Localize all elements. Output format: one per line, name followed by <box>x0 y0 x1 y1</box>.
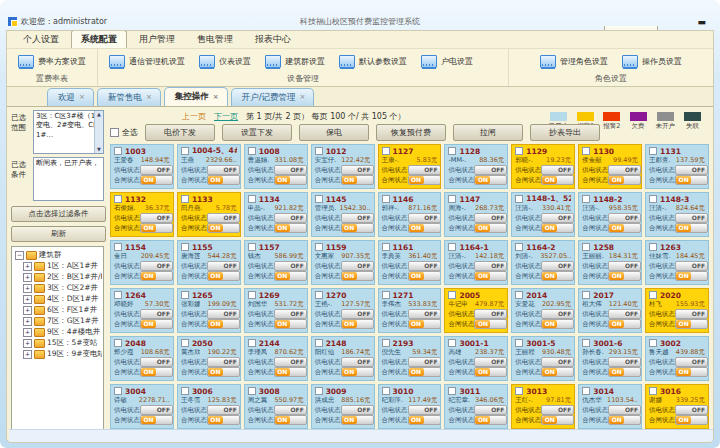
meter-card[interactable]: 2193 倪先生 59.34元 供电状态 OFF <box>378 336 442 381</box>
expand-icon[interactable]: + <box>23 295 32 304</box>
supply-toggle[interactable]: OFF <box>474 405 507 415</box>
room-checkbox[interactable] <box>649 243 657 251</box>
refresh-button[interactable]: 刷新 <box>11 226 106 242</box>
room-checkbox[interactable] <box>515 147 523 155</box>
supply-toggle[interactable]: OFF <box>140 165 173 175</box>
room-checkbox[interactable] <box>582 339 590 347</box>
room-checkbox[interactable] <box>515 387 523 395</box>
close-toggle[interactable]: ON <box>541 175 574 185</box>
supply-toggle[interactable]: OFF <box>140 405 173 415</box>
expand-icon[interactable]: + <box>23 306 32 315</box>
scroll-up-icon[interactable]: ▲ <box>97 111 101 118</box>
meter-card[interactable]: 3004 诗敏 2278.71.. 供电状态 OFF <box>110 384 174 429</box>
tree-item[interactable]: + 19区：9#变电站（… <box>15 349 102 359</box>
meter-card[interactable]: 1269 刘国华 531.72元 供电状态 OFF <box>244 288 308 333</box>
supply-toggle[interactable]: OFF <box>274 261 307 271</box>
close-toggle[interactable]: ON <box>341 175 374 185</box>
supply-toggle[interactable]: OFF <box>341 309 374 319</box>
ribbon-button[interactable]: 户电设置 <box>414 55 480 68</box>
meter-card[interactable]: 3002 鲁天越 439.88元 供电状态 OFF <box>645 336 709 381</box>
meter-card[interactable]: 1157 钱杰 586.99元 供电状态 OFF <box>244 240 308 285</box>
meter-card[interactable]: 3001-1 高雄 238.37元 供电状态 OFF <box>444 336 508 381</box>
room-checkbox[interactable] <box>582 147 590 155</box>
room-checkbox[interactable] <box>649 291 657 299</box>
meter-card[interactable]: 1270 王艳-. 127.57元 供电状态 OFF <box>311 288 375 333</box>
close-toggle[interactable]: ON <box>541 271 574 281</box>
close-toggle[interactable]: ON <box>474 415 507 425</box>
tree-item[interactable]: + 4区：D区1#井（D区… <box>15 294 102 304</box>
prev-page-link[interactable]: 上一页 <box>182 111 206 122</box>
room-checkbox[interactable] <box>582 195 590 203</box>
meter-card[interactable]: 1154 金日 209.45元 供电状态 OFF <box>110 240 174 285</box>
ribbon-button[interactable]: 通信管理机设置 <box>102 55 192 68</box>
room-checkbox[interactable] <box>181 147 189 155</box>
supply-toggle[interactable]: OFF <box>541 405 574 415</box>
room-checkbox[interactable] <box>248 195 256 203</box>
listbox-scrollbar[interactable]: ▲ ▼ <box>94 111 103 153</box>
meter-card[interactable]: 1134 申晶-. 921.82元 供电状态 OFF <box>244 192 308 237</box>
supply-toggle[interactable]: OFF <box>675 213 708 223</box>
supply-toggle[interactable]: OFF <box>608 213 641 223</box>
action-button[interactable]: 设置下发 <box>222 124 292 141</box>
select-all-checkbox[interactable] <box>110 128 119 137</box>
close-toggle[interactable]: ON <box>274 367 307 377</box>
supply-toggle[interactable]: OFF <box>341 165 374 175</box>
meter-card[interactable]: 2020 桂飞 155.93元 供电状态 OFF <box>645 288 709 333</box>
meter-card[interactable]: 1159 文惠家 907.35元 供电状态 OFF <box>311 240 375 285</box>
filter-select-button[interactable]: 点击选择过滤条件 <box>11 206 106 222</box>
supply-toggle[interactable]: OFF <box>541 357 574 367</box>
tree-item[interactable]: + 7区：G区1#井 <box>15 316 102 326</box>
meter-card[interactable]: 3009 洪成忠 885.16元 供电状态 OFF <box>311 384 375 429</box>
close-toggle[interactable]: ON <box>474 367 507 377</box>
close-toggle[interactable]: ON <box>207 223 240 233</box>
room-checkbox[interactable] <box>114 147 122 155</box>
supply-toggle[interactable]: OFF <box>408 357 441 367</box>
close-toggle[interactable]: ON <box>474 319 507 329</box>
supply-toggle[interactable]: OFF <box>541 213 574 223</box>
expand-icon[interactable]: + <box>23 284 32 293</box>
meter-card[interactable]: 3011 纪宏章. 346.06元 供电状态 OFF <box>444 384 508 429</box>
room-checkbox[interactable] <box>315 243 323 251</box>
close-toggle[interactable]: ON <box>608 223 641 233</box>
supply-toggle[interactable]: OFF <box>274 213 307 223</box>
room-checkbox[interactable] <box>448 195 456 203</box>
supply-toggle[interactable]: OFF <box>140 213 173 223</box>
meter-card[interactable]: 3014 仇杰华 1103.54.. 供电状态 OFF <box>578 384 642 429</box>
ribbon-button[interactable]: 费率方案设置 <box>11 55 93 68</box>
close-toggle[interactable]: ON <box>207 367 240 377</box>
selected-range-box[interactable]: 3区：C区3#楼（1#变电、2#变电、C区1#… ▲ ▼ <box>33 110 104 154</box>
close-toggle[interactable]: ON <box>140 175 173 185</box>
supply-toggle[interactable]: OFF <box>675 261 708 271</box>
supply-toggle[interactable]: OFF <box>140 309 173 319</box>
close-toggle[interactable]: ON <box>541 367 574 377</box>
close-toggle[interactable]: ON <box>474 223 507 233</box>
supply-toggle[interactable]: OFF <box>341 405 374 415</box>
close-toggle[interactable]: ON <box>274 319 307 329</box>
tab-close-icon[interactable]: × <box>213 94 219 101</box>
meter-card[interactable]: 3006 王冬雪 125.83元 供电状态 OFF <box>177 384 241 429</box>
supply-toggle[interactable]: OFF <box>608 309 641 319</box>
room-checkbox[interactable] <box>315 147 323 155</box>
supply-toggle[interactable]: OFF <box>207 405 240 415</box>
action-button[interactable]: 恢复预付费 <box>376 124 446 141</box>
supply-toggle[interactable]: OFF <box>541 309 574 319</box>
room-checkbox[interactable] <box>448 387 456 395</box>
supply-toggle[interactable]: OFF <box>207 165 240 175</box>
close-toggle[interactable]: ON <box>408 175 441 185</box>
meter-card[interactable]: 1263 佳妹雪. 184.45元 供电状态 OFF <box>645 240 709 285</box>
room-checkbox[interactable] <box>382 243 390 251</box>
action-button[interactable]: 抄表导出 <box>530 124 600 141</box>
meter-card[interactable]: 1012 安宝仔. 122.42元 供电状态 OFF <box>311 144 375 189</box>
room-checkbox[interactable] <box>315 387 323 395</box>
supply-toggle[interactable]: OFF <box>675 357 708 367</box>
supply-toggle[interactable]: OFF <box>608 405 641 415</box>
close-toggle[interactable]: ON <box>207 175 240 185</box>
room-checkbox[interactable] <box>448 243 456 251</box>
room-checkbox[interactable] <box>181 291 189 299</box>
meter-card[interactable]: 1148-3 汪清-. 824.64元 供电状态 OFF <box>645 192 709 237</box>
room-checkbox[interactable] <box>382 195 390 203</box>
menu-item[interactable]: 用户管理 <box>129 30 185 48</box>
close-toggle[interactable]: ON <box>207 415 240 425</box>
tree-root[interactable]: − 建筑群 <box>15 250 102 260</box>
close-toggle[interactable]: ON <box>675 319 708 329</box>
